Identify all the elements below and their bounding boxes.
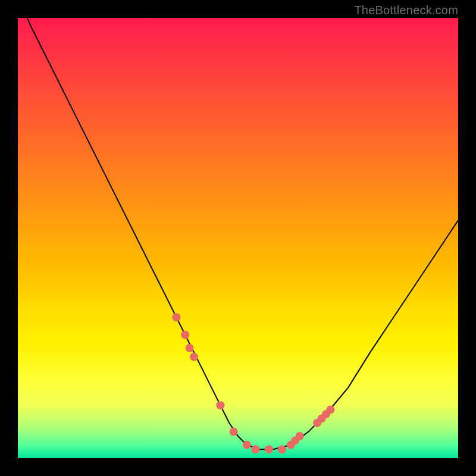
- marker-dot: [326, 406, 334, 414]
- marker-dot: [278, 445, 286, 453]
- marker-dot: [265, 445, 273, 453]
- bottleneck-curve-line: [18, 18, 458, 449]
- marker-dot: [296, 432, 304, 440]
- bottleneck-chart-svg: [18, 18, 458, 458]
- marker-dot: [252, 445, 260, 453]
- watermark-text: TheBottleneck.com: [354, 4, 458, 17]
- marker-dots-group: [172, 313, 334, 453]
- marker-dot: [190, 353, 198, 361]
- marker-dot: [181, 331, 189, 339]
- marker-dot: [243, 441, 251, 449]
- marker-dot: [230, 428, 238, 436]
- marker-dot: [172, 313, 180, 321]
- chart-plot-area: [18, 18, 458, 458]
- marker-dot: [186, 344, 194, 352]
- marker-dot: [216, 401, 224, 409]
